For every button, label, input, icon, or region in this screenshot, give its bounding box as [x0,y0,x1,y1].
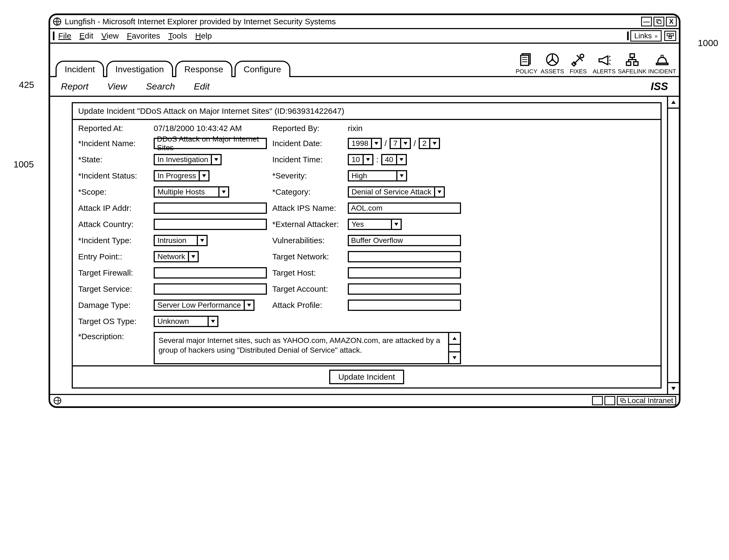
attack-profile-label: Attack Profile: [272,301,342,310]
external-attacker-select[interactable]: Yes [348,219,402,230]
entry-point-label: Entry Point:: [78,252,148,261]
links-toolbar[interactable]: Links » [630,30,662,42]
state-select[interactable]: In Investigation [154,154,222,165]
minimize-button[interactable]: — [641,17,652,26]
attack-ips-name-label: Attack IPS Name: [272,204,342,213]
incident-day-select[interactable]: 2 [419,138,440,149]
scope-select[interactable]: Multiple Hosts [154,186,229,198]
menu-file[interactable]: File [58,31,71,40]
maximize-button[interactable] [654,17,664,26]
damage-type-label: Damage Type: [78,301,148,310]
app-icon [52,17,62,26]
panel-footer: Update Incident [73,365,661,387]
incident-month-select[interactable]: 7 [390,138,411,149]
incident-status-label: *Incident Status: [78,171,148,180]
title-bar: Lungfish - Microsoft Internet Explorer p… [50,15,679,29]
fan-icon [545,52,560,67]
svg-rect-16 [626,62,631,66]
tab-configure[interactable]: Configure [235,61,290,77]
target-account-input[interactable] [348,283,461,295]
status-box-2 [604,396,615,405]
menu-help[interactable]: Help [195,31,212,40]
menu-edit[interactable]: Edit [79,31,93,40]
entry-point-select[interactable]: Network [154,251,199,262]
target-host-input[interactable] [348,267,461,279]
incident-year-select[interactable]: 1998 [348,138,382,149]
toolbar-policy[interactable]: POLICY [514,52,539,75]
attack-ips-name-input[interactable]: AOL.com [348,202,461,214]
toolbar-safelink[interactable]: SAFELINK [618,52,647,75]
scroll-down-icon[interactable] [449,351,460,363]
attack-country-label: Attack Country: [78,220,148,229]
panel-header: Update Incident "DDoS Attack on Major In… [73,103,661,120]
submenu-edit[interactable]: Edit [194,81,210,92]
attack-profile-input[interactable] [348,300,461,311]
menu-view[interactable]: View [101,31,119,40]
toolbar-incident[interactable]: INCIDENT [648,52,676,75]
content-wrapper: Update Incident "DDoS Attack on Major In… [50,97,679,394]
description-textarea[interactable]: Several major Internet sites, such as YA… [154,332,461,364]
close-button[interactable]: X [666,17,677,26]
header-toolbar: Incident Investigation Response Configur… [50,44,679,77]
severity-label: *Severity: [272,171,342,180]
submenu-search[interactable]: Search [146,81,175,92]
connection-icon[interactable] [664,31,676,41]
reported-by-value: rixin [348,124,461,133]
target-firewall-label: Target Firewall: [78,268,148,277]
page-scroll-down-icon[interactable] [668,382,679,394]
damage-type-select[interactable]: Server Low Performance [154,300,255,311]
menu-favorites[interactable]: Favorites [127,31,160,40]
svg-rect-15 [630,54,634,57]
vulnerabilities-label: Vulnerabilities: [272,236,342,245]
target-os-label: Target OS Type: [78,317,148,326]
page-scroll-up-icon[interactable] [668,97,679,109]
svg-rect-4 [671,33,673,36]
toolbar-alerts[interactable]: ALERTS [592,52,616,75]
description-label: *Description: [78,332,148,341]
incident-name-input[interactable]: DDoS Attack on Major Internet Sites [154,138,267,149]
vulnerabilities-input[interactable]: Buffer Overflow [348,235,461,246]
incident-date-label: Incident Date: [272,139,342,148]
scope-label: *Scope: [78,187,148,197]
svg-rect-19 [661,55,663,57]
textarea-scrollbar[interactable] [448,333,460,363]
severity-select[interactable]: High [348,170,407,181]
status-box-1 [592,396,603,405]
toolbar-assets[interactable]: ASSETS [540,52,565,75]
tab-investigation[interactable]: Investigation [106,61,173,77]
target-firewall-input[interactable] [154,267,267,279]
network-icon [625,52,639,67]
external-attacker-label: *External Attacker: [272,220,342,229]
attack-ip-input[interactable] [154,202,267,214]
page-scrollbar[interactable] [667,97,679,394]
incident-status-select[interactable]: In Progress [154,170,209,181]
callout-1000: 1000 [698,38,718,48]
category-select[interactable]: Denial of Service Attack [348,186,445,198]
incident-hour-select[interactable]: 10 [348,154,373,165]
brand-iss: ISS [651,80,668,92]
svg-point-14 [580,54,584,58]
content-area: Update Incident "DDoS Attack on Major In… [50,97,667,394]
svg-rect-17 [634,62,638,66]
menu-tools[interactable]: Tools [168,31,187,40]
attack-country-input[interactable] [154,219,267,230]
update-incident-button[interactable]: Update Incident [329,370,404,384]
tab-response[interactable]: Response [175,61,232,77]
bell-icon [655,52,669,67]
submenu-view[interactable]: View [107,81,127,92]
submenu-report[interactable]: Report [61,81,88,92]
tab-incident[interactable]: Incident [56,61,104,77]
target-account-label: Target Account: [272,284,342,294]
incident-type-select[interactable]: Intrusion [154,235,208,246]
target-network-input[interactable] [348,251,461,262]
menu-bar: File Edit View Favorites Tools Help Link… [50,29,679,44]
incident-min-select[interactable]: 40 [381,154,407,165]
target-service-input[interactable] [154,283,267,295]
toolbar-fixes[interactable]: FIXES [566,52,590,75]
target-service-label: Target Service: [78,284,148,294]
target-os-select[interactable]: Unknown [154,316,218,327]
reported-at-value: 07/18/2000 10:43:42 AM [154,124,267,133]
status-app-icon [53,396,62,405]
scroll-up-icon[interactable] [449,333,460,345]
target-host-label: Target Host: [272,268,342,277]
